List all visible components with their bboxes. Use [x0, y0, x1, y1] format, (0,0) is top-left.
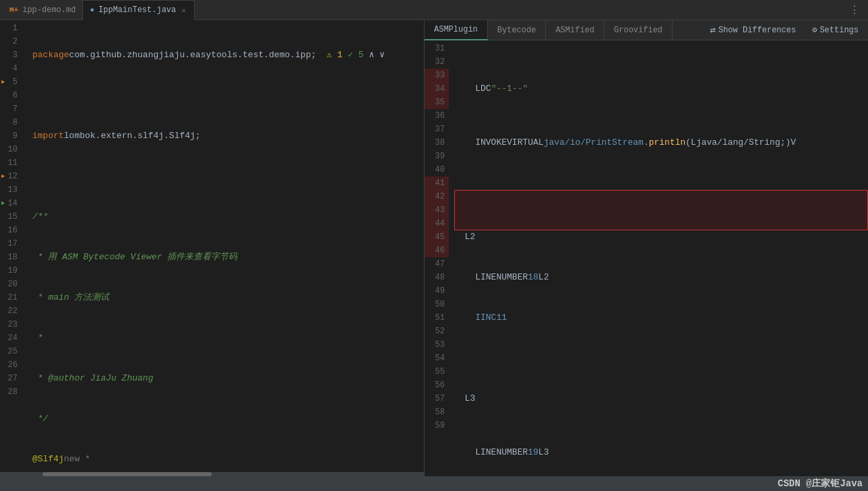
- tab-asm-plugin[interactable]: ASMPlugin: [425, 20, 488, 40]
- tab-modified-icon: M+: [9, 6, 18, 14]
- asm-ln-41: 41: [425, 176, 449, 190]
- asm-ln-51: 51: [425, 311, 449, 325]
- asm-line-32: INVOKEVIRTUAL java/io/PrintStream.printl…: [454, 136, 868, 150]
- asm-ln-49: 49: [425, 284, 449, 298]
- tab-more-button[interactable]: ⋮: [844, 3, 865, 17]
- asm-ln-40: 40: [425, 163, 449, 176]
- ln-11: 11: [0, 156, 22, 170]
- asm-ln-42: 42: [425, 190, 449, 203]
- tab-groovified[interactable]: Groovified: [604, 20, 673, 40]
- code-line-4: [32, 170, 424, 183]
- code-line-7: * main 方法测试: [32, 291, 424, 304]
- code-line-1: package com.github.zhuangjiaju.easytools…: [32, 48, 424, 62]
- asm-ln-37: 37: [425, 123, 449, 136]
- asm-ln-35: 35: [425, 96, 449, 109]
- tab-bytecode[interactable]: Bytecode: [488, 20, 547, 40]
- main-content: 1 2 3 4 5 6 7 8 9 10 11 12 13 14 15 16 1…: [0, 20, 868, 476]
- asm-ln-54: 54: [425, 352, 449, 365]
- diff-icon: ⇄: [710, 24, 716, 36]
- asm-line-31: LDC "--1--": [454, 82, 868, 96]
- bottom-bar: CSDN @庄家钜Java: [0, 476, 868, 491]
- asm-ln-52: 52: [425, 325, 449, 338]
- ln-10: 10: [0, 143, 22, 156]
- code-line-2: [32, 89, 424, 102]
- asm-line-numbers: 31 32 33 34 35 36 37 38 39 40 41 42 43 4…: [425, 40, 449, 476]
- tab-file-icon: ●: [90, 6, 94, 14]
- ln-17: 17: [0, 237, 22, 251]
- code-line-11: @Slf4j new *: [32, 453, 424, 466]
- asm-tabs: ASMPlugin Bytecode ASMified Groovified: [425, 20, 673, 40]
- asm-panel: ASMPlugin Bytecode ASMified Groovified ⇄…: [425, 20, 868, 476]
- code-line-9: * @author JiaJu Zhuang: [32, 372, 424, 385]
- asm-ln-48: 48: [425, 271, 449, 284]
- asm-ln-59: 59: [425, 419, 449, 432]
- asm-ln-55: 55: [425, 365, 449, 379]
- ln-8: 8: [0, 116, 22, 129]
- ln-24: 24: [0, 331, 22, 345]
- ln-20: 20: [0, 277, 22, 291]
- ln-7: 7: [0, 102, 22, 116]
- asm-line-36: L3: [454, 392, 868, 405]
- asm-line-34: LINENUMBER 18 L2: [454, 271, 868, 284]
- asm-ln-44: 44: [425, 217, 449, 230]
- asm-ln-45: 45: [425, 230, 449, 244]
- asm-ln-38: 38: [425, 136, 449, 150]
- code-line-6: * 用 ASM Bytecode Viewer 插件来查看字节码: [32, 251, 424, 264]
- tab-ipp-demo[interactable]: M+ ipp-demo.md: [3, 0, 83, 20]
- code-scrollbar-thumb: [42, 472, 212, 476]
- ln-13: 13: [0, 183, 22, 197]
- tab-bar: M+ ipp-demo.md ● IppMainTest.java ✕ ⋮: [0, 0, 868, 20]
- ln-3: 3: [0, 48, 22, 62]
- tab-ipp-main-test[interactable]: ● IppMainTest.java ✕: [83, 0, 194, 20]
- tab-close-button[interactable]: ✕: [180, 5, 187, 15]
- ln-2: 2: [0, 35, 22, 48]
- ln-16: 16: [0, 224, 22, 237]
- ln-18: 18: [0, 251, 22, 264]
- settings-icon: ⚙: [812, 25, 817, 35]
- ln-12: 12: [0, 170, 22, 183]
- watermark-label: CSDN @庄家钜Java: [778, 478, 863, 490]
- asm-ln-56: 56: [425, 379, 449, 392]
- asm-ln-53: 53: [425, 338, 449, 352]
- asm-code-content[interactable]: LDC "--1--" INVOKEVIRTUAL java/io/PrintS…: [449, 40, 868, 476]
- asm-ln-32: 32: [425, 55, 449, 69]
- asm-code-area: 31 32 33 34 35 36 37 38 39 40 41 42 43 4…: [425, 40, 868, 476]
- ln-28: 28: [0, 385, 22, 399]
- asm-line-35: IINC 1 1: [454, 311, 868, 325]
- ln-14: 14: [0, 197, 22, 210]
- ln-9: 9: [0, 129, 22, 143]
- code-scrollbar[interactable]: [0, 472, 424, 476]
- tab-asmified[interactable]: ASMified: [546, 20, 604, 40]
- asm-toolbar: ASMPlugin Bytecode ASMified Groovified ⇄…: [425, 20, 868, 40]
- tab-ipp-main-label: IppMainTest.java: [98, 5, 176, 15]
- ln-22: 22: [0, 304, 22, 318]
- asm-ln-36: 36: [425, 109, 449, 123]
- settings-label: Settings: [819, 26, 859, 35]
- code-panel: 1 2 3 4 5 6 7 8 9 10 11 12 13 14 15 16 1…: [0, 20, 425, 476]
- ln-27: 27: [0, 372, 22, 385]
- show-differences-button[interactable]: ⇄ Show Differences: [706, 23, 801, 37]
- line-numbers: 1 2 3 4 5 6 7 8 9 10 11 12 13 14 15 16 1…: [0, 20, 27, 472]
- asm-ln-58: 58: [425, 405, 449, 419]
- asm-ln-57: 57: [425, 392, 449, 405]
- ln-23: 23: [0, 318, 22, 331]
- ln-25: 25: [0, 345, 22, 358]
- code-content[interactable]: package com.github.zhuangjiaju.easytools…: [27, 20, 424, 472]
- asm-actions: ⇄ Show Differences ⚙ Settings: [701, 23, 869, 37]
- settings-button[interactable]: ⚙ Settings: [808, 24, 863, 36]
- asm-line-37: LINENUMBER 19 L3: [454, 446, 868, 459]
- asm-ln-39: 39: [425, 150, 449, 163]
- ln-6: 6: [0, 89, 22, 102]
- asm-ln-43: 43: [425, 203, 449, 217]
- ln-5: 5: [0, 75, 22, 89]
- asm-ln-47: 47: [425, 257, 449, 271]
- asm-ln-46: 46: [425, 244, 449, 257]
- asm-ln-33: 33: [425, 69, 449, 82]
- ln-1: 1: [0, 22, 22, 35]
- ln-19: 19: [0, 264, 22, 277]
- ln-4: 4: [0, 62, 22, 75]
- ln-15: 15: [0, 210, 22, 224]
- code-line-8: *: [32, 331, 424, 345]
- code-line-10: */: [32, 412, 424, 426]
- tab-ipp-demo-label: ipp-demo.md: [22, 5, 75, 15]
